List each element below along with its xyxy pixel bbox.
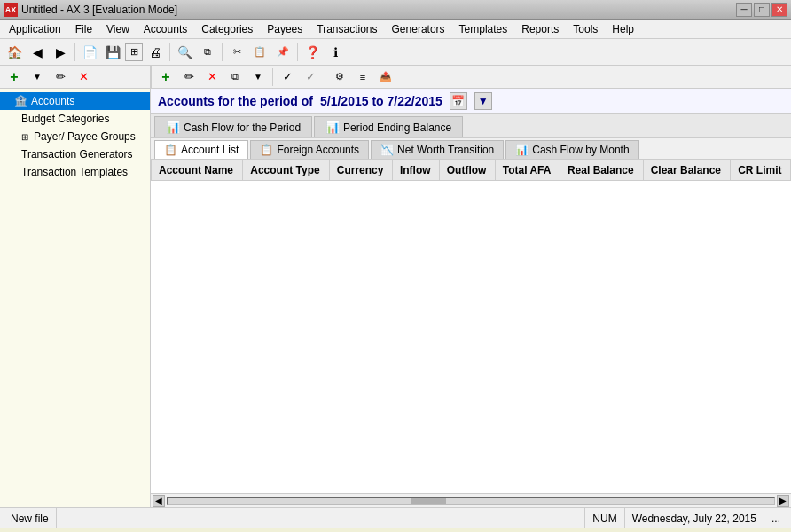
sidebar-item-accounts[interactable]: 🏦 Accounts: [0, 92, 150, 110]
cash-flow-month-icon: 📊: [515, 144, 529, 156]
content-copy-button[interactable]: ⧉: [224, 66, 246, 88]
period-dropdown-button[interactable]: ▼: [474, 92, 492, 110]
budget-categories-label: Budget Categories: [21, 113, 109, 125]
tab-foreign-accounts[interactable]: 📋 Foreign Accounts: [250, 140, 369, 159]
toolbar-separator-3: [222, 43, 223, 61]
col-clear-balance[interactable]: Clear Balance: [643, 160, 730, 181]
content-add-button[interactable]: +: [155, 66, 176, 88]
period-ending-icon: 📊: [325, 121, 340, 134]
save-alt-button[interactable]: ⊞: [125, 43, 143, 61]
save-button[interactable]: 💾: [102, 42, 123, 63]
toolbar-separator-2: [169, 43, 170, 61]
col-currency[interactable]: Currency: [329, 160, 392, 181]
content-filter-button[interactable]: ⚙: [329, 66, 350, 88]
col-account-name[interactable]: Account Name: [152, 160, 243, 181]
date-label: Wednesday, July 22, 2015: [632, 512, 756, 525]
status-empty1: [57, 508, 586, 528]
content-view-button[interactable]: ≡: [352, 66, 373, 88]
content-edit-button[interactable]: ✏: [178, 66, 200, 88]
content-check2-button[interactable]: ✓: [300, 66, 321, 88]
menu-payees[interactable]: Payees: [260, 21, 309, 37]
col-inflow[interactable]: Inflow: [392, 160, 439, 181]
title-left: AX Untitled - AX 3 [Evaluation Mode]: [4, 3, 177, 17]
menu-generators[interactable]: Generators: [385, 21, 452, 37]
period-calendar-button[interactable]: 📅: [450, 92, 467, 110]
accounts-label: Accounts: [31, 95, 74, 107]
extra-label: ...: [771, 512, 780, 525]
title-text: Untitled - AX 3 [Evaluation Mode]: [21, 4, 177, 16]
menu-file[interactable]: File: [68, 21, 99, 37]
menu-templates[interactable]: Templates: [452, 21, 515, 37]
sidebar-edit-button[interactable]: ✏: [50, 66, 71, 88]
toolbar-separator-4: [297, 43, 298, 61]
help-button[interactable]: ❓: [302, 42, 323, 63]
copy-button[interactable]: ⧉: [197, 42, 218, 63]
minimize-button[interactable]: ─: [736, 3, 752, 17]
cut-button[interactable]: ✂: [226, 42, 247, 63]
sidebar-delete-button[interactable]: ✕: [73, 66, 94, 88]
sidebar-add-button[interactable]: +: [4, 66, 25, 88]
tab-account-list-label: Account List: [181, 144, 239, 156]
menu-reports[interactable]: Reports: [514, 21, 566, 37]
expand-icon: ⊞: [21, 132, 28, 142]
print-button[interactable]: 🖨: [145, 42, 166, 63]
home-button[interactable]: 🏠: [4, 42, 25, 63]
menu-help[interactable]: Help: [605, 21, 641, 37]
back-button[interactable]: ◀: [27, 42, 48, 63]
content-toolbar: + ✏ ✕ ⧉ ▼ ✓ ✓ ⚙ ≡ 📤: [151, 66, 791, 89]
content-export-button[interactable]: 📤: [375, 66, 396, 88]
scroll-track[interactable]: [167, 497, 775, 505]
info-button[interactable]: ℹ: [325, 42, 346, 63]
tabs-row-2: 📋 Account List 📋 Foreign Accounts 📉 Net …: [151, 138, 791, 160]
col-cr-limit[interactable]: CR Limit: [731, 160, 791, 181]
account-table-container: Account Name Account Type Currency Inflo…: [151, 160, 791, 493]
search-button[interactable]: 🔍: [174, 42, 195, 63]
menu-categories[interactable]: Categories: [194, 21, 260, 37]
menu-tools[interactable]: Tools: [566, 21, 605, 37]
menu-accounts[interactable]: Accounts: [137, 21, 194, 37]
tab-cash-flow-month[interactable]: 📊 Cash Flow by Month: [505, 140, 638, 159]
sidebar-dropdown-button[interactable]: ▼: [27, 66, 48, 88]
transaction-templates-label: Transaction Templates: [21, 166, 128, 178]
menu-transactions[interactable]: Transactions: [309, 21, 384, 37]
new-button[interactable]: 📄: [79, 42, 100, 63]
menu-view[interactable]: View: [99, 21, 137, 37]
tab-cash-flow-period[interactable]: 📊 Cash Flow for the Period: [154, 116, 312, 137]
col-total-afa[interactable]: Total AFA: [495, 160, 560, 181]
sidebar-item-budget-categories[interactable]: Budget Categories: [0, 110, 150, 128]
content-dropdown-button[interactable]: ▼: [247, 66, 269, 88]
content-delete-button[interactable]: ✕: [201, 66, 223, 88]
cash-flow-icon: 📊: [166, 121, 180, 134]
paste2-button[interactable]: 📌: [272, 42, 294, 63]
maximize-button[interactable]: □: [754, 3, 770, 17]
scroll-right-button[interactable]: ▶: [777, 495, 789, 507]
net-worth-icon: 📉: [380, 144, 394, 156]
paste-button[interactable]: 📋: [249, 42, 270, 63]
tab-cash-flow-period-label: Cash Flow for the Period: [184, 121, 301, 134]
status-extra: ...: [764, 508, 787, 528]
scroll-left-button[interactable]: ◀: [153, 495, 165, 507]
tab-period-ending-balance[interactable]: 📊 Period Ending Balance: [314, 116, 463, 137]
forward-button[interactable]: ▶: [50, 42, 71, 63]
content-toolbar-sep1: [272, 68, 273, 86]
tab-net-worth-transition[interactable]: 📉 Net Worth Transition: [371, 140, 504, 159]
content-check-button[interactable]: ✓: [277, 66, 298, 88]
accounts-icon: 🏦: [14, 95, 27, 107]
horizontal-scrollbar[interactable]: ◀ ▶: [151, 493, 791, 507]
period-value: 5/1/2015 to 7/22/2015: [320, 94, 442, 108]
col-real-balance[interactable]: Real Balance: [560, 160, 643, 181]
sidebar-item-transaction-templates[interactable]: Transaction Templates: [0, 163, 150, 181]
col-outflow[interactable]: Outflow: [439, 160, 495, 181]
close-button[interactable]: ✕: [771, 3, 787, 17]
sidebar-toolbar: + ▼ ✏ ✕: [0, 66, 151, 89]
tab-cash-flow-month-label: Cash Flow by Month: [532, 144, 629, 156]
col-account-type[interactable]: Account Type: [243, 160, 330, 181]
tab-account-list[interactable]: 📋 Account List: [154, 140, 248, 159]
sidebar-item-payer-payee-groups[interactable]: ⊞ Payer/ Payee Groups: [0, 128, 150, 145]
menubar: Application File View Accounts Categorie…: [0, 20, 791, 39]
sidebar-item-transaction-generators[interactable]: Transaction Generators: [0, 145, 150, 163]
menu-application[interactable]: Application: [2, 21, 68, 37]
scroll-thumb[interactable]: [411, 498, 446, 504]
toolbar-separator-1: [74, 43, 75, 61]
app-icon: AX: [4, 3, 18, 17]
